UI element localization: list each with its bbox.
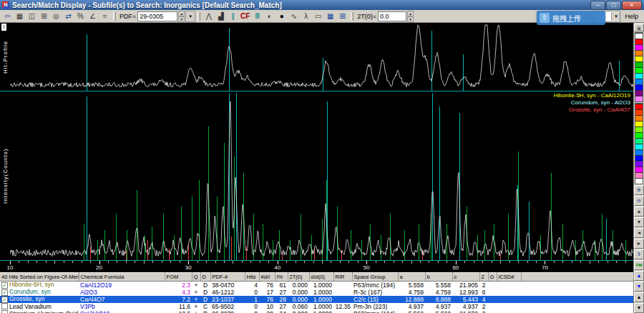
color-swatch[interactable] (635, 56, 643, 61)
color-swatch[interactable] (635, 138, 643, 144)
color-swatch[interactable] (635, 167, 643, 172)
table-row[interactable]: Strontium Aluminum OxideSrAl12O1912.6+D2… (0, 310, 634, 313)
drag-upload-overlay[interactable]: ⇧ 拖拽上传 (537, 11, 605, 25)
pan-up-icon[interactable]: ▲ (634, 207, 644, 217)
column-header[interactable]: Hits (245, 273, 259, 282)
maximize-button[interactable]: □ (606, 1, 621, 10)
pan-down-icon[interactable]: ▼ (634, 217, 644, 227)
column-header[interactable]: #d/I (259, 273, 275, 282)
intensity-chart[interactable] (10, 91, 634, 260)
row-checkbox[interactable]: ✓ (1, 282, 8, 289)
cf-button[interactable]: CF (240, 11, 250, 21)
window-tile-icon[interactable]: ▦ (14, 11, 25, 21)
column-header[interactable]: G (488, 273, 497, 282)
column-header[interactable]: c (452, 273, 479, 282)
color-swatch[interactable] (635, 109, 643, 115)
zoom-in-icon[interactable]: ⊕ (634, 185, 644, 195)
help-menu[interactable]: Help (625, 13, 638, 20)
pdf-dropdown-icon[interactable]: ▼ (185, 11, 195, 22)
column-header[interactable]: I% (275, 273, 288, 282)
column-header[interactable]: Space Group (352, 273, 398, 282)
column-header[interactable]: ICSD# (497, 273, 521, 282)
expand-icon[interactable]: ⇕ (634, 249, 644, 259)
wave-icon[interactable]: ∿ (288, 11, 299, 21)
two-theta-input[interactable] (378, 11, 406, 21)
table-row[interactable]: Lead VanadiumV3Pb11.6+C65-9502010270.060… (0, 303, 634, 310)
row-checkbox[interactable] (1, 310, 8, 313)
color-swatch[interactable] (635, 126, 643, 132)
color-swatch[interactable] (635, 178, 643, 184)
close-button[interactable]: × (622, 1, 642, 10)
table-row[interactable]: ✓Grossite, synCaAl4O77.2+D23-1037176280.… (0, 296, 634, 303)
column-header[interactable]: Q (192, 273, 200, 282)
percent-icon[interactable]: % (75, 11, 86, 21)
row-checkbox[interactable] (1, 303, 8, 309)
color-swatch[interactable] (635, 50, 643, 56)
layers-icon[interactable]: ≣ (634, 24, 644, 31)
color-swatch[interactable] (635, 155, 643, 161)
lambda-icon[interactable]: λ (301, 11, 311, 21)
contrast-icon[interactable]: ◐ (264, 11, 275, 21)
swap-icon[interactable]: ⇄ (63, 11, 74, 21)
color-swatch[interactable] (635, 121, 643, 126)
color-swatch[interactable] (635, 115, 643, 121)
color-swatch[interactable] (635, 132, 643, 138)
color-swatch[interactable] (635, 90, 643, 96)
color-swatch[interactable] (635, 149, 643, 155)
row-up-icon[interactable]: ▲ (634, 271, 644, 281)
fm-button[interactable]: FM (634, 260, 644, 270)
column-header[interactable]: D (200, 273, 210, 282)
pdf-spinner[interactable]: ▴▾ (178, 11, 185, 22)
color-swatch[interactable] (635, 96, 643, 101)
color-swatch[interactable] (635, 73, 643, 79)
color-swatch[interactable] (635, 33, 643, 39)
smooth-icon[interactable]: ≈ (99, 11, 110, 21)
exit-icon[interactable]: ⇦ (2, 11, 13, 21)
table-row[interactable]: ✓Corundum, synAl2O34.3+D46-1212017270.00… (0, 289, 634, 296)
copy-icon[interactable]: ⊞ (39, 11, 49, 21)
column-header[interactable]: 40 Hits Sorted on Figure-Of-Merit (0, 273, 79, 282)
pan-right-icon[interactable]: ► (634, 239, 644, 249)
pdf-number-input[interactable] (137, 11, 177, 21)
column-header[interactable]: Chemical Formula (79, 273, 165, 282)
two-theta-spinner[interactable]: ▴▾ (407, 11, 414, 22)
color-swatch[interactable] (635, 44, 643, 50)
box-icon[interactable]: ▭ (313, 11, 323, 21)
scroll-up-icon[interactable]: ▲ (634, 292, 644, 302)
color-swatch[interactable] (635, 39, 643, 44)
color-swatch[interactable] (635, 161, 643, 167)
column-header[interactable]: Z (479, 273, 488, 282)
row-down-icon[interactable]: ▼ (634, 282, 644, 292)
sticks-icon[interactable]: ∥ (228, 11, 238, 21)
column-header[interactable]: b (425, 273, 452, 282)
minimize-button[interactable]: – (590, 1, 605, 10)
row-checkbox[interactable]: ✓ (1, 297, 8, 303)
column-header[interactable]: d/d(0) (309, 273, 333, 282)
color-swatch[interactable] (635, 67, 643, 73)
dot-icon[interactable]: ● (276, 11, 287, 21)
color-swatch[interactable] (635, 84, 643, 90)
color-swatch[interactable] (635, 61, 643, 67)
sticks2-icon[interactable]: Ⅲ (252, 11, 263, 21)
slope-icon[interactable]: ∠ (87, 11, 98, 21)
table-row[interactable]: ✓Hibonite-5H, synCaAl12O192.3+D38-047047… (0, 282, 634, 289)
column-header[interactable]: RIR (333, 273, 352, 282)
save-icon[interactable]: ◫ (26, 11, 37, 21)
grid-blue-icon[interactable]: ▦ (325, 11, 336, 21)
color-swatch[interactable] (635, 79, 643, 84)
hit-profile-chart[interactable] (10, 23, 634, 91)
row-checkbox[interactable]: ✓ (1, 289, 8, 296)
column-header[interactable]: 2T(0) (288, 273, 309, 282)
pan-left-icon[interactable]: ◄ (634, 228, 644, 238)
color-swatch[interactable] (635, 144, 643, 149)
column-header[interactable]: a (398, 273, 425, 282)
peaks-icon[interactable]: ⋀ (203, 11, 214, 21)
column-header[interactable]: FOM (165, 273, 192, 282)
color-swatch[interactable] (635, 172, 643, 178)
bars-icon[interactable]: ▟ (215, 11, 226, 21)
scroll-down-icon[interactable]: ▼ (634, 303, 644, 313)
tiles-icon[interactable]: ⊞ (337, 11, 348, 21)
color-swatch[interactable] (635, 104, 643, 109)
column-header[interactable]: PDF-# (210, 273, 245, 282)
zoom-out-icon[interactable]: ⊖ (634, 196, 644, 206)
